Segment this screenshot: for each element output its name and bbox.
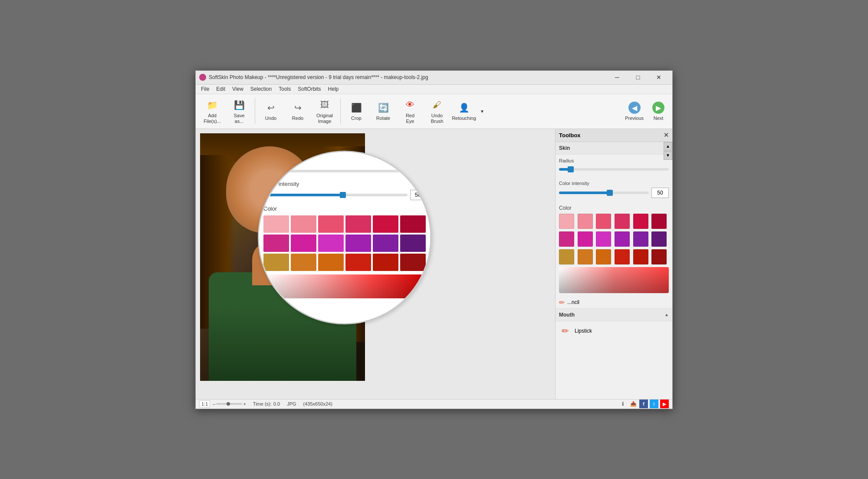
toolbox-close-button[interactable]: ✕ — [664, 132, 669, 139]
zoom-plus-icon[interactable]: + — [243, 401, 246, 406]
scroll-down-button[interactable]: ▼ — [664, 151, 672, 160]
menu-help[interactable]: Help — [325, 85, 342, 93]
swatch-r3-5[interactable] — [373, 254, 398, 271]
main-window: SoftSkin Photo Makeup - ****Unregistered… — [195, 70, 673, 409]
scroll-up-button[interactable]: ▲ — [664, 142, 672, 151]
info-icon[interactable]: ℹ — [618, 400, 627, 408]
undo-label: Undo — [265, 116, 276, 121]
undo-brush-label: UndoBrush — [431, 113, 444, 124]
color-swatch-r2-1[interactable] — [559, 231, 574, 247]
color-swatch-r1-5[interactable] — [633, 214, 648, 229]
facebook-icon[interactable]: f — [639, 400, 648, 408]
original-icon: 🖼 — [318, 98, 332, 112]
zoom-slider-thumb[interactable] — [227, 402, 230, 406]
zoom-slider-group: – + — [213, 401, 246, 406]
color-swatch-r3-6[interactable] — [651, 249, 667, 264]
swatch-r3-2[interactable] — [291, 254, 316, 271]
color-swatch-r1-1[interactable] — [559, 214, 574, 229]
color-swatch-r2-6[interactable] — [651, 231, 667, 247]
swatch-r2-5[interactable] — [373, 235, 398, 252]
menu-softorbits[interactable]: SoftOrbits — [294, 85, 324, 93]
undo-brush-button[interactable]: 🖌 UndoBrush — [424, 96, 450, 126]
youtube-icon[interactable]: ▶ — [660, 400, 669, 408]
more-tools-button[interactable]: ▼ — [478, 98, 487, 124]
add-files-button[interactable]: 📁 AddFile(s)... — [199, 96, 225, 126]
save-as-button[interactable]: 💾 Saveas... — [226, 96, 252, 126]
skin-section-header[interactable]: Skin ▲ — [556, 142, 672, 154]
color-picker-gradient[interactable] — [559, 267, 669, 293]
swatch-r1-2[interactable] — [291, 215, 316, 233]
rotate-label: Rotate — [376, 116, 390, 121]
color-swatch-r2-5[interactable] — [633, 231, 648, 247]
swatch-r1-5[interactable] — [373, 215, 398, 233]
close-button[interactable]: ✕ — [649, 71, 669, 83]
minimize-button[interactable]: ─ — [607, 71, 627, 83]
swatch-r2-6[interactable] — [400, 235, 426, 252]
swatch-r2-3[interactable] — [318, 235, 344, 252]
color-swatch-r2-4[interactable] — [615, 231, 630, 247]
menu-view[interactable]: View — [229, 85, 247, 93]
swatch-r2-4[interactable] — [345, 235, 371, 252]
swatch-r3-3[interactable] — [318, 254, 344, 271]
intensity-thumb[interactable] — [607, 190, 613, 196]
retouching-button[interactable]: 👤 Retouching — [451, 96, 477, 126]
color-swatch-r3-4[interactable] — [615, 249, 630, 264]
red-eye-button[interactable]: 👁 RedEye — [397, 96, 423, 126]
intensity-thumb-zoom[interactable] — [340, 192, 346, 198]
separator-1 — [255, 98, 255, 124]
menu-edit[interactable]: Edit — [213, 85, 229, 93]
swatch-r1-1[interactable] — [263, 215, 289, 233]
swatch-r3-4[interactable] — [345, 254, 371, 271]
intensity-slider-wrap — [559, 188, 649, 197]
menu-file[interactable]: File — [197, 85, 213, 93]
radius-thumb-zoom[interactable] — [276, 168, 283, 175]
swatch-r1-6[interactable] — [400, 215, 426, 233]
zoom-slider[interactable] — [216, 403, 242, 405]
menu-tools[interactable]: Tools — [275, 85, 294, 93]
maximize-button[interactable]: □ — [628, 71, 648, 83]
mouth-section-header[interactable]: Mouth ▲ — [556, 309, 672, 321]
twitter-icon[interactable]: t — [650, 400, 658, 408]
format-status: JPG — [287, 401, 296, 406]
swatch-r3-6[interactable] — [400, 254, 426, 271]
time-status: Time (s): 0.0 — [253, 401, 280, 406]
add-files-label: AddFile(s)... — [204, 113, 221, 124]
color-label-zoom: Color — [263, 205, 426, 212]
color-gradient-picker-zoom[interactable] — [263, 274, 426, 298]
next-button[interactable]: ▶ Next — [649, 100, 668, 122]
zoom-magnifier: Radius — [258, 151, 431, 324]
previous-button[interactable]: ◀ Previous — [621, 100, 647, 122]
color-swatch-r1-2[interactable] — [578, 214, 593, 229]
radius-track-zoom — [263, 170, 421, 172]
intensity-track[interactable] — [559, 192, 649, 194]
rotate-button[interactable]: 🔄 Rotate — [370, 96, 396, 126]
color-swatch-r1-6[interactable] — [651, 214, 667, 229]
radius-thumb[interactable] — [568, 166, 574, 172]
color-swatch-r3-3[interactable] — [596, 249, 611, 264]
menu-selection[interactable]: Selection — [247, 85, 275, 93]
color-swatch-r3-2[interactable] — [578, 249, 593, 264]
radius-track[interactable] — [559, 168, 669, 171]
share-icon[interactable]: 📤 — [629, 400, 638, 408]
swatch-r1-3[interactable] — [318, 215, 344, 233]
color-swatch-r1-3[interactable] — [596, 214, 611, 229]
color-swatch-r3-5[interactable] — [633, 249, 648, 264]
original-image-button[interactable]: 🖼 OriginalImage — [312, 96, 338, 126]
swatch-r2-2[interactable] — [291, 235, 316, 252]
color-swatch-r2-3[interactable] — [596, 231, 611, 247]
color-swatch-r1-4[interactable] — [615, 214, 630, 229]
redo-button[interactable]: ↪ Redo — [285, 96, 311, 126]
color-swatch-r2-2[interactable] — [578, 231, 593, 247]
swatch-r2-1[interactable] — [263, 235, 289, 252]
undo-icon: ↩ — [264, 101, 278, 115]
crop-button[interactable]: ⬛ Crop — [343, 96, 369, 126]
undo-button[interactable]: ↩ Undo — [258, 96, 284, 126]
color-swatch-r3-1[interactable] — [559, 249, 574, 264]
image-area: Radius — [196, 129, 555, 399]
next-label: Next — [654, 116, 664, 121]
pencil-row-zoom: ✏ ...ncil — [263, 301, 426, 311]
swatch-r3-1[interactable] — [263, 254, 289, 271]
swatch-r1-4[interactable] — [345, 215, 371, 233]
zoom-minus-icon[interactable]: – — [213, 401, 215, 406]
menu-bar: File Edit View Selection Tools SoftOrbit… — [196, 85, 672, 94]
